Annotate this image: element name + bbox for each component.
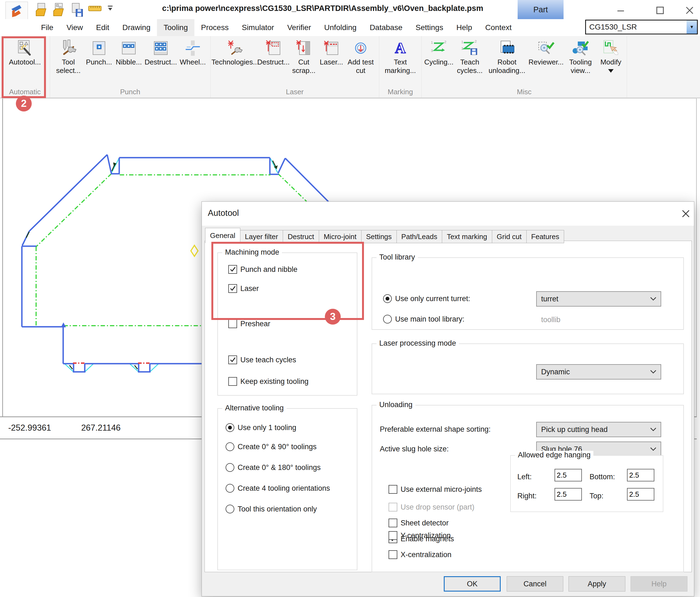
ok-button[interactable]: OK <box>444 576 501 592</box>
tab-micro-joint[interactable]: Micro-joint <box>319 230 361 243</box>
edge-bottom-input[interactable] <box>627 469 654 482</box>
edge-top-input[interactable] <box>627 488 654 500</box>
menu-simulator[interactable]: Simulator <box>235 19 280 36</box>
radio-use-only-1-tooling[interactable]: Use only 1 tooling <box>226 423 296 432</box>
ribbon-add-test-cut-button[interactable]: Add test cut <box>345 36 377 75</box>
ribbon-group-marking: A Text marking... Marking <box>379 36 422 98</box>
minimize-button[interactable] <box>615 5 627 16</box>
radio-create-0-180-toolings[interactable]: Create 0° & 180° toolings <box>226 463 321 472</box>
menu-process[interactable]: Process <box>194 19 235 36</box>
ribbon-tooling-view-button[interactable]: Tooling view... <box>564 36 597 75</box>
menu-drawing[interactable]: Drawing <box>116 19 157 36</box>
ribbon-nibble-button[interactable]: Nibble... <box>114 36 144 67</box>
radio-tool-this-orientation-only[interactable]: Tool this orientation only <box>226 505 317 513</box>
context-combo[interactable]: CG1530_LSR ▼ <box>585 20 698 34</box>
dialog-title-bar[interactable]: Autotool <box>202 202 694 226</box>
menu-verifier[interactable]: Verifier <box>280 19 318 36</box>
dialog-close-button[interactable] <box>680 208 692 220</box>
quick-access-caret-icon[interactable] <box>107 4 114 19</box>
tab-grid-cut[interactable]: Grid cut <box>492 230 527 243</box>
app-logo-icon[interactable] <box>5 2 28 20</box>
ribbon-teach-cycles-button[interactable]: 123 Teach cycles... <box>454 36 485 75</box>
maximize-button[interactable] <box>654 5 666 16</box>
menu-database[interactable]: Database <box>363 19 409 36</box>
menu-settings[interactable]: Settings <box>409 19 450 36</box>
checkbox-use-teach-cycles[interactable]: Use teach cycles <box>228 356 296 364</box>
checkbox-use-drop-sensor-part: Use drop sensor (part) <box>389 503 474 512</box>
robot-unloading-icon <box>498 40 516 57</box>
checkbox-sheet-detector[interactable]: Sheet detector <box>389 519 449 527</box>
ribbon-group-label: Punch <box>120 88 140 96</box>
checkbox-y-centralization[interactable]: Y-centralization <box>389 531 451 540</box>
edge-right-input[interactable] <box>554 488 582 500</box>
group-label: Allowed edge hanging <box>515 451 593 459</box>
ribbon-laser-button[interactable]: Laser... <box>318 36 345 67</box>
annotation-box-autotool <box>2 36 46 98</box>
ribbon-robot-unloading-button[interactable]: Robot unloading... <box>485 36 528 75</box>
tab-layer-filter[interactable]: Layer filter <box>240 230 283 243</box>
radio-use-only-current-turret[interactable]: Use only current turret: <box>383 294 470 303</box>
checkbox-preshear[interactable]: Preshear <box>228 319 270 328</box>
menu-unfolding[interactable]: Unfolding <box>318 19 363 36</box>
chevron-down-icon[interactable] <box>608 69 614 73</box>
shape-sorting-combo[interactable]: Pick up cutting head <box>536 422 661 437</box>
radio-label: Tool this orientation only <box>238 505 317 513</box>
close-button[interactable] <box>683 5 696 16</box>
radio-create-0-90-toolings[interactable]: Create 0° & 90° toolings <box>226 442 317 451</box>
checkbox-keep-existing-tooling[interactable]: Keep existing tooling <box>228 377 308 386</box>
menu-help[interactable]: Help <box>450 19 479 36</box>
ribbon-technologies-button[interactable]: Technologies... <box>213 36 257 67</box>
open-tooling-button[interactable] <box>52 3 66 18</box>
edge-left-input[interactable] <box>554 469 582 482</box>
turret-combo[interactable]: turret <box>536 291 661 307</box>
tab-text-marking[interactable]: Text marking <box>442 230 492 243</box>
checkbox-icon <box>228 377 237 386</box>
laser-mode-combo[interactable]: Dynamic <box>536 364 661 380</box>
edge-right-label: Right: <box>517 492 537 500</box>
apply-button[interactable]: Apply <box>569 576 625 592</box>
open-part-button[interactable] <box>35 3 49 18</box>
svg-text:3: 3 <box>461 47 463 51</box>
ribbon-destruct-punch-button[interactable]: Destruct... <box>144 36 177 67</box>
cursor-y: 267.21146 <box>81 423 121 433</box>
tab-settings[interactable]: Settings <box>361 230 397 243</box>
app-window: c:\prima power\ncexpress\CG1530_LSR\PART… <box>0 0 700 597</box>
checkbox-label: Use teach cycles <box>240 356 296 364</box>
chevron-down-icon[interactable]: ▼ <box>686 21 697 34</box>
edge-top-label: Top: <box>590 492 603 500</box>
ribbon-tool-select-button[interactable]: Tool select... <box>52 36 84 75</box>
menu-tooling[interactable]: Tooling <box>157 19 194 36</box>
menu-file[interactable]: File <box>34 19 60 36</box>
ribbon-item-label: Punch... <box>86 58 112 67</box>
tab-destruct[interactable]: Destruct <box>283 230 319 243</box>
ribbon-wheel-button[interactable]: Wheel... <box>177 36 208 67</box>
tab-general[interactable]: General <box>205 228 240 243</box>
checkbox-label: X-centralization <box>401 550 451 559</box>
ribbon-punch-button[interactable]: Punch... <box>84 36 114 67</box>
save-button[interactable] <box>70 3 84 18</box>
ribbon-reviewer-button[interactable]: Reviewer... <box>528 36 564 67</box>
tab-path-leads[interactable]: Path/Leads <box>397 230 443 243</box>
menu-edit[interactable]: Edit <box>90 19 116 36</box>
modify-icon <box>602 40 620 57</box>
nibble-icon <box>120 40 138 57</box>
menu-view[interactable]: View <box>60 19 90 36</box>
radio-use-main-tool-library[interactable]: Use main tool library: <box>383 315 465 323</box>
cancel-button[interactable]: Cancel <box>507 576 563 592</box>
ribbon-cut-scrap-button[interactable]: Cut scrap... <box>289 36 318 75</box>
checkbox-x-centralization[interactable]: X-centralization <box>389 550 451 559</box>
tab-features[interactable]: Features <box>527 230 565 243</box>
checkbox-label: Use drop sensor (part) <box>401 503 474 512</box>
svg-text:2: 2 <box>444 40 446 44</box>
menu-context[interactable]: Context <box>479 19 519 36</box>
ribbon-text-marking-button[interactable]: A Text marking... <box>381 36 419 75</box>
ribbon-destruct-laser-button[interactable]: Destruct... <box>257 36 289 67</box>
measure-button[interactable] <box>88 5 102 20</box>
checkbox-use-external-micro-joints[interactable]: Use external micro-joints <box>389 485 482 494</box>
checkbox-label: Sheet detector <box>401 519 449 527</box>
ribbon-cycling-button[interactable]: 123 Cycling... <box>424 36 454 67</box>
part-tab[interactable]: Part <box>518 0 564 19</box>
radio-create-4-tooling-orientations[interactable]: Create 4 tooling orientations <box>226 484 330 493</box>
ribbon-item-label: Tooling view... <box>564 58 597 75</box>
ribbon-modify-button[interactable]: Modify <box>597 36 625 73</box>
